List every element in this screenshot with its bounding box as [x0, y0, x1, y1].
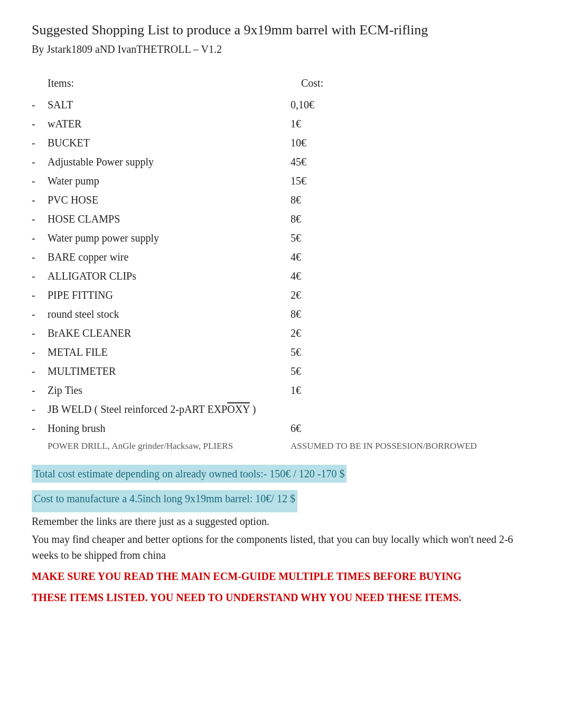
row-cost: 2€ [291, 285, 529, 305]
row-dash: - [32, 324, 48, 343]
row-item: JB WELD ( Steel reinforced 2-pART EXPOXY… [48, 400, 291, 419]
warning-text-2: THESE ITEMS LISTED. YOU NEED TO UNDERSTA… [32, 589, 529, 605]
row-cost: 4€ [291, 266, 529, 285]
row-item: Honing brush [48, 419, 291, 438]
row-cost: 5€ [291, 362, 529, 381]
row-item: Zip Ties [48, 381, 291, 400]
row-dash: - [32, 343, 48, 362]
row-cost: 45€ [291, 152, 529, 171]
row-dash: - [32, 285, 48, 305]
row-cost: 1€ [291, 114, 529, 133]
row-cost: 1€ [291, 381, 529, 400]
table-row: -ALLIGATOR CLIPs4€ [32, 266, 529, 285]
table-row: -METAL FILE5€ [32, 343, 529, 362]
row-cost [291, 400, 529, 419]
row-item: Water pump power supply [48, 228, 291, 247]
table-row: POWER DRILL, AnGle grinder/Hacksaw, PLIE… [32, 438, 529, 455]
shopping-table: Items: Cost: -SALT0,10€-wATER1€-BUCKET10… [32, 73, 529, 455]
table-row: -Adjustable Power supply45€ [32, 152, 529, 171]
table-row: -BUCKET10€ [32, 133, 529, 152]
row-cost: 4€ [291, 247, 529, 266]
row-dash: - [32, 190, 48, 209]
table-row: -Water pump15€ [32, 171, 529, 190]
table-row: -HOSE CLAMPS8€ [32, 209, 529, 228]
row-item: POWER DRILL, AnGle grinder/Hacksaw, PLIE… [48, 438, 291, 455]
row-item: HOSE CLAMPS [48, 209, 291, 228]
row-item: PVC HOSE [48, 190, 291, 209]
row-item: PIPE FITTING [48, 285, 291, 305]
table-row: -Zip Ties1€ [32, 381, 529, 400]
table-row: -BrAKE CLEANER2€ [32, 324, 529, 343]
table-row: -Water pump power supply5€ [32, 228, 529, 247]
row-item: SALT [48, 95, 291, 114]
row-item: Adjustable Power supply [48, 152, 291, 171]
table-row: -round steel stock8€ [32, 305, 529, 324]
dash-header [32, 73, 48, 95]
row-dash: - [32, 419, 48, 438]
warning-text-1: MAKE SURE YOU READ THE MAIN ECM-GUIDE MU… [32, 568, 529, 584]
row-dash: - [32, 305, 48, 324]
row-item: MULTIMETER [48, 362, 291, 381]
row-cost: 8€ [291, 209, 529, 228]
row-dash: - [32, 400, 48, 419]
page-subtitle: By Jstark1809 aND IvanTHETROLL – V1.2 [32, 41, 529, 57]
cost-header: Cost: [291, 73, 529, 95]
row-dash: - [32, 95, 48, 114]
row-dash: - [32, 228, 48, 247]
row-cost: 10€ [291, 133, 529, 152]
row-cost: 8€ [291, 190, 529, 209]
row-item: Water pump [48, 171, 291, 190]
items-header: Items: [48, 73, 291, 95]
table-row: -JB WELD ( Steel reinforced 2-pART EXPOX… [32, 400, 529, 419]
row-cost: 8€ [291, 305, 529, 324]
table-row: -wATER1€ [32, 114, 529, 133]
row-dash: - [32, 247, 48, 266]
total-cost-block: Total cost estimate depending on already… [32, 465, 347, 483]
row-cost: 15€ [291, 171, 529, 190]
row-item: BrAKE CLEANER [48, 324, 291, 343]
row-item: round steel stock [48, 305, 291, 324]
row-cost: 2€ [291, 324, 529, 343]
row-dash: - [32, 381, 48, 400]
row-cost: 5€ [291, 228, 529, 247]
row-dash: - [32, 152, 48, 171]
table-row: -Honing brush6€ [32, 419, 529, 438]
table-row: -SALT0,10€ [32, 95, 529, 114]
row-dash: - [32, 209, 48, 228]
remember-text: Remember the links are there just as a s… [32, 513, 529, 529]
row-dash: - [32, 133, 48, 152]
cheaper-text: You may find cheaper and better options … [32, 531, 529, 563]
row-dash: - [32, 114, 48, 133]
row-cost: 0,10€ [291, 95, 529, 114]
row-cost: ASSUMED TO BE IN POSSESION/BORROWED [291, 438, 529, 455]
row-dash: - [32, 362, 48, 381]
row-dash [32, 438, 48, 455]
manufacture-cost-line: Cost to manufacture a 4.5inch long 9x19m… [34, 491, 295, 506]
table-row: -MULTIMETER5€ [32, 362, 529, 381]
row-item: BUCKET [48, 133, 291, 152]
table-row: -PIPE FITTING2€ [32, 285, 529, 305]
row-item: ALLIGATOR CLIPs [48, 266, 291, 285]
row-dash: - [32, 171, 48, 190]
row-cost: 5€ [291, 343, 529, 362]
row-item: wATER [48, 114, 291, 133]
total-cost-line: Total cost estimate depending on already… [34, 465, 344, 482]
row-item: METAL FILE [48, 343, 291, 362]
manufacture-cost-block: Cost to manufacture a 4.5inch long 9x19m… [32, 490, 297, 512]
page-container: Suggested Shopping List to produce a 9x1… [32, 21, 529, 605]
page-title: Suggested Shopping List to produce a 9x1… [32, 21, 529, 39]
row-dash: - [32, 266, 48, 285]
row-item: BARE copper wire [48, 247, 291, 266]
table-row: -BARE copper wire4€ [32, 247, 529, 266]
table-row: -PVC HOSE8€ [32, 190, 529, 209]
row-cost: 6€ [291, 419, 529, 438]
